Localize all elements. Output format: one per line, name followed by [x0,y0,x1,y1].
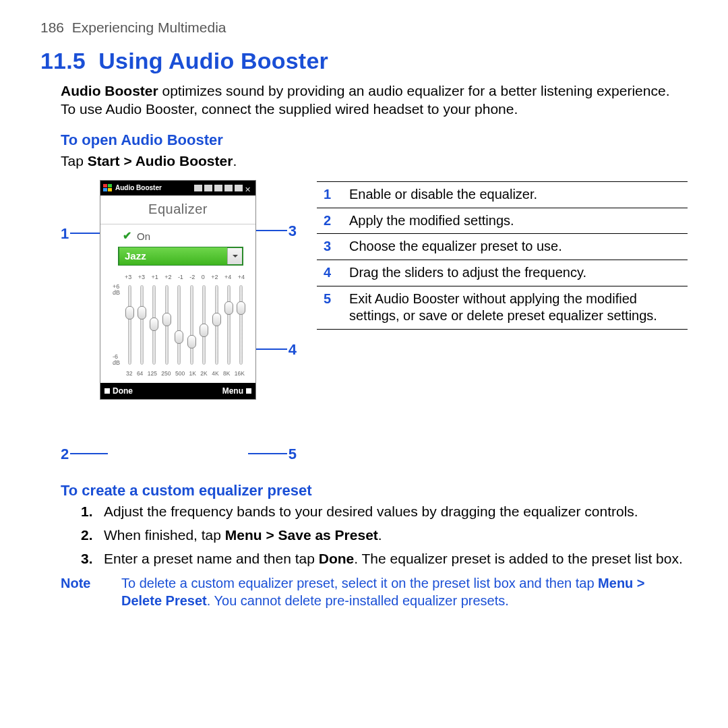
slider-top-value: +4 [224,274,231,282]
callout-4-line [256,348,287,350]
step-suffix: . [378,527,382,543]
equalizer-sliders[interactable] [125,281,246,369]
slider-handle[interactable] [187,335,196,348]
tap-bold: Start > Audio Booster [88,153,233,169]
slider-track [177,285,181,365]
step-text: Enter a preset name and then tap Done. T… [104,550,683,568]
note-text-2: . You cannot delete pre-installed equali… [207,593,509,608]
slider-track [190,285,193,365]
phone-figure-wrap: 1 2 3 4 5 Audio Booster ✕ [61,180,297,466]
section-number: 11.5 [40,48,86,73]
slider-handle[interactable] [162,313,171,326]
softkey-menu[interactable]: Menu [222,386,251,396]
step-prefix: When finished, tap [104,527,225,543]
slider-top-value: -2 [189,274,195,282]
slider-top-value: 0 [202,274,205,282]
figure-and-legend-row: 1 2 3 4 5 Audio Booster ✕ [61,180,688,466]
callout-5: 5 [289,445,297,464]
step-text: When finished, tap Menu > Save as Preset… [104,526,382,545]
page-header: 186 Experiencing Multimedia [40,19,688,37]
eq-slider[interactable] [212,285,221,365]
note-text-1: To delete a custom equalizer preset, sel… [121,576,598,590]
eq-slider[interactable] [187,285,196,365]
frequency-label: 500 [175,370,185,377]
close-icon[interactable]: ✕ [245,185,253,191]
eq-slider[interactable] [137,285,146,365]
page-number: 186 [40,20,64,35]
legend-row: 2Apply the modified settings. [317,208,688,234]
callout-1: 1 [61,224,69,243]
slider-top-values: +3+3+1+2-1-20+2+4+4 [113,274,246,282]
slider-top-value: +1 [151,274,158,282]
legend-row: 3Choose the equalizer preset to use. [317,234,688,260]
step-number: 1. [81,503,98,521]
tap-prefix: Tap [61,153,88,169]
slider-track [128,285,131,365]
softkey-menu-label: Menu [222,386,243,396]
svg-rect-0 [103,184,107,187]
frequency-labels: 32641252505001K2K4K8K16K [113,369,246,377]
legend-text: Choose the equalizer preset to use. [342,234,688,260]
note-row: Note To delete a custom equalizer preset… [61,575,688,609]
slider-handle[interactable] [237,301,245,315]
slider-handle[interactable] [175,330,183,344]
audio-booster-term: Audio Booster [61,83,158,98]
on-label: On [137,230,150,243]
signal-3g-icon [204,185,212,191]
eq-slider[interactable] [125,285,134,365]
slider-top-value: +3 [125,274,131,282]
tap-instruction: Tap Start > Audio Booster. [61,152,688,171]
callout-5-line [248,453,287,454]
step-number: 2. [81,526,98,545]
open-heading: To open Audio Booster [61,131,688,150]
slider-track [140,285,144,365]
slider-top-value: +4 [238,274,245,282]
status-icons: ✕ [194,185,253,191]
legend-text: Enable or disable the equalizer. [342,182,688,208]
legend-text: Apply the modified settings. [342,208,688,234]
slider-area: +3+3+1+2-1-20+2+4+4 +6 dB -6 dB 32641252… [111,271,247,377]
eq-slider[interactable] [224,285,234,365]
legend-num: 1 [317,182,342,208]
slider-handle[interactable] [125,306,134,320]
db-top-label: +6 dB [113,284,123,296]
eq-slider[interactable] [162,285,171,365]
frequency-label: 32 [126,370,132,377]
legend-table: 1Enable or disable the equalizer.2Apply … [317,181,688,330]
step-row: 1.Adjust the frequency bands to your des… [81,503,688,521]
slider-top-value: +2 [211,274,218,282]
legend-row: 4Drag the sliders to adjust the frequenc… [317,260,688,286]
frequency-label: 2K [200,370,207,377]
slider-handle[interactable] [212,313,221,326]
preset-dropdown[interactable]: Jazz [118,247,243,266]
intro-paragraph: Audio Booster optimizes sound by providi… [61,82,688,119]
steps-list: 1.Adjust the frequency bands to your des… [81,503,688,568]
slider-track [239,285,243,365]
svg-rect-3 [108,188,112,191]
legend-text: Drag the sliders to adjust the frequency… [342,260,688,286]
chevron-down-icon[interactable] [227,248,242,264]
create-preset-heading: To create a custom equalizer preset [61,481,688,500]
slider-handle[interactable] [200,324,208,337]
eq-slider[interactable] [237,285,246,365]
section-title: 11.5 Using Audio Booster [40,47,688,76]
slider-handle[interactable] [150,317,158,331]
softkey-done[interactable]: Done [104,386,133,396]
frequency-label: 4K [212,370,218,377]
headphone-icon [194,185,202,191]
legend-row: 5Exit Audio Booster without applying the… [317,286,688,329]
slider-top-value: -1 [178,274,183,282]
frequency-label: 16K [235,370,245,377]
volume-icon [224,185,233,191]
section-heading: Using Audio Booster [98,48,328,73]
eq-slider[interactable] [150,285,159,365]
step-bold: Menu > Save as Preset [225,527,378,543]
eq-slider[interactable] [175,285,184,365]
svg-rect-1 [108,184,112,187]
slider-handle[interactable] [138,306,146,320]
slider-handle[interactable] [224,301,233,315]
equalizer-on-row[interactable]: ✔ On [111,230,247,243]
windows-flag-icon [103,184,113,192]
eq-slider[interactable] [200,285,209,365]
svg-rect-2 [103,188,107,191]
